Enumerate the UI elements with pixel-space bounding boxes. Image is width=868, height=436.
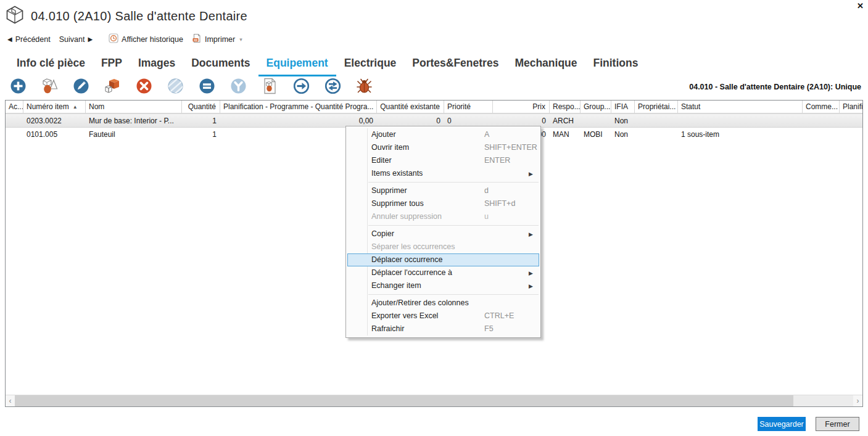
previous-arrow-icon: ◀ [7, 36, 12, 43]
table-header-row: Ac...Numéro item▲NomQuantitéPlanificatio… [6, 101, 862, 113]
menu-separator [368, 182, 539, 183]
hatched-circle-icon[interactable] [167, 78, 184, 94]
menu-item-deplacer-occurrence[interactable]: Déplacer occurrence [347, 253, 539, 266]
swap-icon[interactable] [324, 78, 341, 94]
tab-portes-fenetres[interactable]: Portes&Fenetres [404, 54, 506, 76]
add-icon[interactable] [10, 78, 27, 94]
cell-ifia: Non [611, 128, 635, 142]
copy-item-cube-icon[interactable] [104, 78, 121, 94]
menu-item-annuler-suppression: Annuler suppressionu [347, 210, 539, 223]
horizontal-scrollbar[interactable]: ‹ › [6, 395, 862, 406]
tab-finitions[interactable]: Finitions [585, 54, 647, 76]
column-header-planifie[interactable]: Planifi [840, 101, 863, 113]
move-next-icon[interactable] [293, 78, 310, 94]
menu-item-items-existants[interactable]: Items existants▶ [347, 167, 539, 180]
scroll-right-button[interactable]: › [853, 395, 862, 406]
menu-item-label: Ajouter [371, 130, 396, 139]
tab-electrique[interactable]: Electrique [336, 54, 405, 76]
menu-item-label: Ajouter/Retirer des colonnes [371, 298, 469, 307]
menu-item-label: Déplacer occurrence [371, 255, 442, 264]
menu-item-echanger-item[interactable]: Echanger item▶ [347, 279, 539, 292]
cell-proprietaire [635, 114, 678, 127]
menu-item-label: Ouvrir item [371, 143, 409, 152]
menu-item-label: Annuler suppression [371, 212, 442, 221]
menu-item-label: Items existants [371, 169, 423, 178]
tab-equipement[interactable]: Equipement [258, 54, 336, 76]
tab-mechanique[interactable]: Mechanique [506, 54, 585, 76]
menu-item-label: Editer [371, 156, 392, 165]
column-header-groupe[interactable]: Group... [581, 101, 611, 113]
cell-quantite: 1 [182, 128, 220, 142]
cell-responsable: ARCH [550, 114, 581, 127]
column-header-numero-item[interactable]: Numéro item▲ [23, 101, 86, 113]
menu-separator [368, 294, 539, 295]
column-header-nom[interactable]: Nom [86, 101, 182, 113]
column-header-proprietaire[interactable]: Propriétai... [635, 101, 678, 113]
menu-item-supprimer-tous[interactable]: Supprimer tousSHIFT+d [347, 197, 539, 210]
scrollbar-track[interactable] [15, 395, 853, 406]
menu-item-editer[interactable]: EditerENTER [347, 154, 539, 167]
menu-item-label: Exporter vers Excel [371, 311, 438, 320]
scrollbar-thumb[interactable] [15, 395, 793, 406]
next-button[interactable]: Suivant ▶ [57, 34, 95, 45]
bug-icon[interactable] [356, 78, 373, 94]
menu-item-copier[interactable]: Copier▶ [347, 228, 539, 241]
tab-images[interactable]: Images [130, 54, 183, 76]
column-header-priorite[interactable]: Priorité [444, 101, 493, 113]
menu-item-exporter-vers-excel[interactable]: Exporter vers ExcelCTRL+E [347, 310, 539, 323]
cell-prix: 0 [493, 114, 550, 127]
save-button[interactable]: Sauvegarder [758, 417, 806, 431]
cell-planifie [840, 128, 863, 142]
tab-documents[interactable]: Documents [183, 54, 258, 76]
menu-item-supprimer[interactable]: Supprimerd [347, 184, 539, 197]
column-header-quantite-existante[interactable]: Quantité existante [377, 101, 444, 113]
show-history-button[interactable]: Afficher historique [106, 32, 186, 46]
menu-item-label: Déplacer l'occurrence à [371, 268, 452, 277]
menu-item-ajouter[interactable]: AjouterA [347, 128, 539, 141]
cell-planification: 0,00 [220, 114, 377, 127]
menu-item-shortcut: SHIFT+d [484, 198, 515, 210]
next-label: Suivant [59, 35, 85, 44]
history-clock-icon [109, 33, 118, 45]
cell-statut [678, 114, 803, 127]
menu-item-shortcut: SHIFT+ENTER [484, 142, 537, 154]
item-document-icon[interactable] [262, 78, 278, 94]
print-label: Imprimer [205, 35, 235, 44]
menu-item-shortcut: F5 [484, 323, 494, 335]
previous-button[interactable]: ◀ Précédent [5, 34, 53, 45]
cell-statut: 1 sous-item [678, 128, 803, 142]
print-button[interactable]: Imprimer ▾ [189, 32, 245, 46]
menu-item-separer-les-occurrences: Séparer les occurrences [347, 241, 539, 253]
window-close-icon[interactable]: ✕ [857, 2, 864, 10]
column-header-planification[interactable]: Planification - Programme - Quantité Pro… [220, 101, 377, 113]
column-header-prix[interactable]: Prix [493, 101, 550, 113]
column-header-responsable[interactable]: Respo... [550, 101, 581, 113]
column-header-actions[interactable]: Ac... [6, 101, 23, 113]
column-header-ifia[interactable]: IFIA [611, 101, 635, 113]
history-label: Afficher historique [122, 35, 183, 44]
tab-fpp[interactable]: FPP [93, 54, 130, 76]
menu-item-shortcut: CTRL+E [484, 310, 514, 322]
menu-item-ajouter-retirer-des-colonnes[interactable]: Ajouter/Retirer des colonnes [347, 297, 539, 310]
cell-groupe [581, 114, 611, 127]
remove-bars-icon[interactable] [199, 78, 215, 94]
close-button[interactable]: Fermer [816, 417, 859, 431]
delete-icon[interactable] [136, 78, 152, 94]
items-shapes-icon[interactable] [41, 78, 58, 94]
scroll-left-button[interactable]: ‹ [6, 395, 15, 406]
menu-item-ouvrir-item[interactable]: Ouvrir itemSHIFT+ENTER [347, 141, 539, 154]
column-header-commentaire[interactable]: Comme... [803, 101, 840, 113]
cell-quantite-existante: 0 [377, 114, 444, 127]
tab-bar: Info clé pièceFPPImagesDocumentsEquipeme… [9, 54, 646, 76]
menu-item-rafraichir[interactable]: RafraichirF5 [347, 323, 539, 335]
edit-icon[interactable] [73, 78, 89, 94]
room-context-label: 04.010 - Salle d'attente Dentaire (2A10)… [689, 83, 861, 91]
cell-commentaire [803, 128, 840, 142]
menu-item-deplacer-l-occurrence-a[interactable]: Déplacer l'occurrence à▶ [347, 266, 539, 279]
column-header-quantite[interactable]: Quantité [182, 101, 220, 113]
split-y-icon[interactable] [230, 78, 247, 94]
previous-label: Précédent [15, 35, 51, 44]
menu-item-shortcut: u [484, 211, 489, 223]
tab-info-cle-piece[interactable]: Info clé pièce [9, 54, 93, 76]
column-header-statut[interactable]: Statut [678, 101, 803, 113]
